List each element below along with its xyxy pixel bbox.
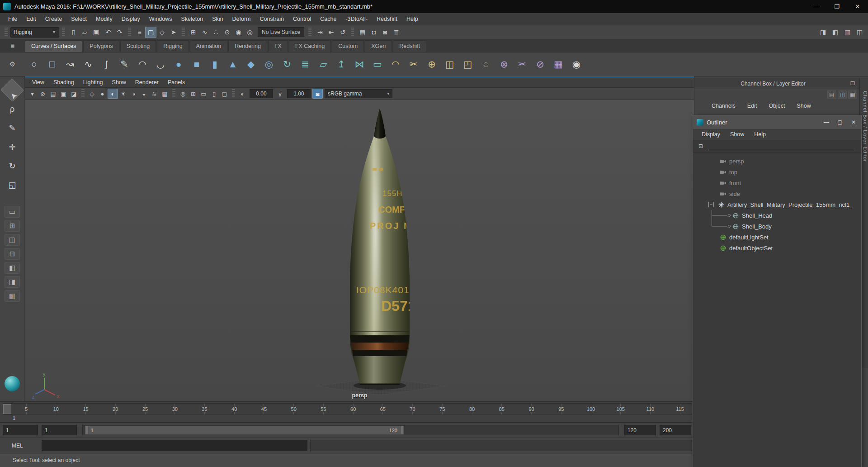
outliner-maximize-icon[interactable]: ▢ [833,117,847,128]
screen-space-ao-icon[interactable]: ◒ [139,89,149,99]
close-button[interactable]: ✕ [847,0,868,13]
insert-knot-icon[interactable]: ⊕ [423,54,441,74]
tool-settings-toggle-icon[interactable]: ▥ [842,27,853,38]
make-object-live-icon[interactable]: ◎ [244,27,255,38]
outliner-item-defaultlightset[interactable]: defaultLightSet [693,232,861,243]
motion-blur-icon[interactable]: ≋ [149,89,160,99]
channelbox-menu-show[interactable]: Show [797,103,811,109]
range-end-handle[interactable] [401,426,404,434]
stereo-camera-icon[interactable]: ◉ [567,54,585,74]
channelbox-menu-object[interactable]: Object [769,103,785,109]
outliner-item-artillery-shell-military-projectile-155mm-ncl1[interactable]: −Artillery_Shell_Military_Projectile_155… [693,199,861,210]
layout-two-pane-stacked[interactable]: ⊟ [5,248,20,260]
open-scene-icon[interactable]: ▱ [79,27,90,38]
shaded-display-icon[interactable]: ● [97,89,108,99]
shelf-tab-sculpting[interactable]: Sculpting [120,40,156,52]
trim-tool-icon[interactable]: ✂ [513,54,531,74]
menu-create[interactable]: Create [41,14,67,24]
outliner-menu-display[interactable]: Display [697,129,725,139]
channelbox-menu-edit[interactable]: Edit [747,103,757,109]
select-by-hierarchy-icon[interactable]: ≡ [134,27,145,38]
timeline-playhead[interactable] [3,404,11,414]
attach-curves-icon[interactable]: ◠ [387,54,405,74]
three-point-arc-icon[interactable]: ◠ [133,54,151,74]
shelf-tab-custom[interactable]: Custom [332,40,364,52]
construction-history-icon[interactable]: ↺ [337,27,348,38]
move-tool[interactable]: ✛ [4,139,21,155]
shelf-tab-redshift[interactable]: Redshift [393,40,426,52]
film-gate-icon[interactable]: ▯ [209,89,219,99]
shelf-tab-curves-surfaces[interactable]: Curves / Surfaces [25,40,82,52]
channel-box-toggle-icon[interactable]: ◫ [854,27,865,38]
menu-constrain[interactable]: Constrain [255,14,289,24]
nurbs-cylinder-icon[interactable]: ▮ [206,54,224,74]
pencil-curve-tool-icon[interactable]: ✎ [115,54,133,74]
camera-attributes-icon[interactable]: ▤ [48,89,58,99]
rebuild-surfaces-icon[interactable]: ▦ [549,54,567,74]
view-transform-selector[interactable]: sRGB gamma ▾ [325,89,392,98]
cv-curve-tool-icon[interactable]: ↝ [61,54,79,74]
outliner-search-input[interactable] [708,143,857,150]
outliner-item-top[interactable]: top [693,167,861,177]
outliner-minimize-icon[interactable]: — [820,117,833,128]
live-surface-field[interactable]: No Live Surface [258,27,304,37]
render-layers-icon[interactable]: ◫ [838,91,847,99]
ep-curve-tool-icon[interactable]: ∿ [79,54,97,74]
shelf-tab-polygons[interactable]: Polygons [83,40,119,52]
command-feedback-field[interactable] [310,440,692,451]
new-scene-icon[interactable]: ▯ [68,27,79,38]
resolution-gate-icon[interactable]: ▭ [198,89,209,99]
layout-single-pane[interactable]: ▭ [5,206,20,218]
render-settings-icon[interactable]: ≣ [391,27,402,38]
nurbs-torus-icon[interactable]: ◎ [260,54,278,74]
use-all-lights-icon[interactable]: ☀ [118,89,128,99]
snap-to-points-icon[interactable]: ∴ [210,27,222,38]
animation-end-field[interactable]: 200 [660,425,691,435]
shelf-menu-icon[interactable]: ≣ [0,39,25,52]
attach-surfaces-icon[interactable]: ◫ [441,54,459,74]
shelf-tab-xgen[interactable]: XGen [365,40,392,52]
panel-menu-shading[interactable]: Shading [49,77,79,87]
select-by-component-icon[interactable]: ◇ [156,27,168,38]
shell-3d-model[interactable]: 155H COMP PROJ M IOP08K401 D571 [289,102,470,400]
menu-skin[interactable]: Skin [208,14,227,24]
display-layers-icon[interactable]: ▤ [827,91,836,99]
menu-edit[interactable]: Edit [22,14,41,24]
channelbox-menu-channels[interactable]: Channels [712,103,736,109]
menu-3dtoall[interactable]: -3DtoAll- [341,14,372,24]
exposure-icon[interactable]: ◐ [237,89,248,99]
rotate-tool[interactable]: ↻ [4,158,21,174]
shelf-tab-rendering[interactable]: Rendering [228,40,267,52]
color-management-icon[interactable]: ◙ [312,89,323,99]
render-view-icon[interactable]: ▤ [357,27,368,38]
outliner-item-front[interactable]: front [693,177,861,188]
nurbs-square-icon[interactable]: □ [43,54,61,74]
outliner-item-shell-body[interactable]: Shell_Body [693,221,861,232]
shelf-tab-rigging[interactable]: Rigging [157,40,189,52]
panel-menu-view[interactable]: View [28,77,49,87]
ipr-render-icon[interactable]: ◙ [379,27,391,38]
animation-start-field[interactable]: 1 [3,425,38,435]
outliner-titlebar[interactable]: Outliner —▢✕ [693,115,861,129]
outliner-menu-show[interactable]: Show [725,129,749,139]
shelf-tab-animation[interactable]: Animation [190,40,228,52]
loft-icon[interactable]: ≣ [296,54,314,74]
menu-control[interactable]: Control [288,14,316,24]
playback-end-field[interactable]: 120 [624,425,656,435]
3d-viewport[interactable]: 155H COMP PROJ M IOP08K401 D571 [25,100,694,401]
wireframe-display-icon[interactable]: ◇ [87,89,97,99]
menu-set-selector[interactable]: Rigging ▼ [10,27,59,38]
timeline-ruler[interactable]: 5101520253035404550556065707580859095100… [2,403,692,415]
snap-to-curves-icon[interactable]: ∿ [199,27,210,38]
panel-menu-renderer[interactable]: Renderer [131,77,163,87]
nurbs-sphere-icon[interactable]: ● [170,54,188,74]
extrude-icon[interactable]: ↥ [332,54,350,74]
gamma-field[interactable]: 1.00 [287,89,311,98]
open-close-curves-icon[interactable]: ◌ [477,54,495,74]
save-scene-icon[interactable]: ▣ [90,27,102,38]
menu-file[interactable]: File [4,14,22,24]
menu-select[interactable]: Select [66,14,91,24]
outliner-close-icon[interactable]: ✕ [847,117,860,128]
untrim-surfaces-icon[interactable]: ⊘ [531,54,549,74]
menu-cache[interactable]: Cache [316,14,341,24]
